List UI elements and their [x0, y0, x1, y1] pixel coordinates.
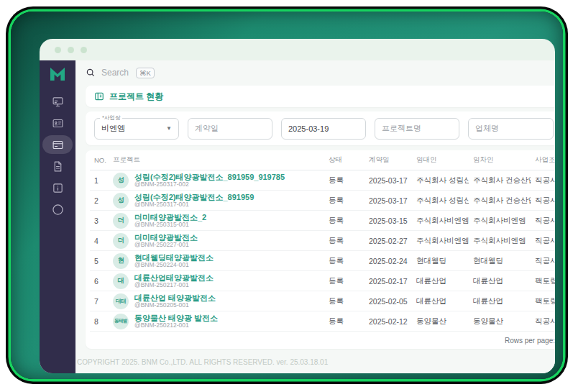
cell-lessor: 주식회사비엔엠	[412, 236, 469, 246]
cell-condition: 직공사	[531, 236, 555, 246]
cell-date: 2025-02-05	[365, 297, 412, 306]
cell-condition: 팩토링	[531, 296, 555, 306]
col-status: 상태	[324, 155, 365, 165]
avatar: 동태발	[113, 314, 129, 329]
project-code: @BNM-250315-001	[134, 222, 206, 228]
project-name-input[interactable]: 프로젝트명	[375, 118, 459, 140]
cell-lessee: 대륜산업	[469, 296, 531, 306]
search-icon	[86, 68, 96, 78]
project-code: @BNM-250227-001	[134, 242, 198, 248]
cell-no: 1	[90, 176, 109, 185]
info-icon	[52, 182, 64, 194]
company-name-input[interactable]: 업체명	[468, 118, 554, 140]
cell-date: 2025-03-17	[365, 176, 412, 185]
cell-project: 대태 대륜산업 태양광발전소 @BNM-250205-001	[109, 293, 324, 309]
workplace-select-label: *사업장	[100, 115, 122, 121]
contract-date-input[interactable]: 계약일	[188, 118, 272, 140]
cell-date: 2025-02-17	[365, 277, 412, 286]
cell-condition: 직공사	[531, 176, 555, 186]
search-date-input[interactable]: 2025-03-19	[281, 118, 366, 140]
sidebar-item-dashboard[interactable]	[42, 92, 73, 111]
browser-window: Search ⌘K 프로젝트 현황	[40, 39, 555, 373]
window-dot-2	[68, 47, 74, 53]
copyright-text: COPYRIGHT 2025. BNM Co.,LTD. ALL RIGHTS …	[77, 358, 555, 366]
monitor-icon	[52, 96, 64, 108]
cell-lessee: 주식회사비엔엠	[469, 236, 531, 246]
sidebar-item-info[interactable]	[42, 178, 73, 197]
cell-condition: 직공사	[531, 316, 555, 327]
cell-no: 7	[90, 297, 109, 306]
sidebar-item-sync[interactable]	[42, 200, 73, 219]
cell-status: 등록	[324, 296, 365, 306]
rows-per-page-control[interactable]: Rows per page:	[505, 337, 555, 345]
table-footer: Rows per page:	[90, 332, 555, 349]
sidebar-item-accounts[interactable]	[42, 114, 73, 132]
table-row[interactable]: 5 현 현대웰딩태양광발전소 @BNM-250224-001 등록 2025-0…	[90, 251, 555, 271]
cell-status: 등록	[324, 316, 365, 327]
cell-project: 성 성림(수정2)태양광발전소_891959 @BNM-250317-001	[109, 193, 324, 209]
cell-project: 현 현대웰딩태양광발전소 @BNM-250224-001	[109, 253, 324, 269]
table-row[interactable]: 8 동태발 동양물산 태양광 발전소 @BNM-250212-001 등록 20…	[90, 311, 555, 332]
table-row[interactable]: 6 대 대륜산업태양광발전소 @BNM-250217-001 등록 2025-0…	[90, 271, 555, 291]
cell-no: 2	[90, 196, 109, 205]
cell-date: 2025-02-24	[365, 257, 412, 265]
cell-project: 더 더미태양광발전소 @BNM-250227-001	[109, 233, 324, 249]
cell-status: 등록	[324, 236, 365, 246]
cell-no: 5	[90, 257, 109, 265]
page-title: 프로젝트 현황	[109, 91, 163, 103]
search-placeholder: Search	[101, 68, 129, 78]
cell-no: 6	[90, 277, 109, 286]
avatar: 더	[113, 233, 129, 249]
window-titlebar	[40, 39, 555, 60]
global-search[interactable]: Search ⌘K	[86, 60, 555, 81]
cell-lessor: 주식회사 성림산업	[412, 196, 469, 206]
cell-lessor: 현대웰딩	[412, 256, 469, 266]
avatar: 대	[113, 273, 129, 289]
workplace-select[interactable]: *사업장 비엔엠 ▼	[94, 118, 179, 140]
col-condition: 사업조건	[531, 155, 555, 165]
cell-condition: 직공사	[531, 256, 555, 266]
table-row[interactable]: 7 대태 대륜산업 태양광발전소 @BNM-250205-001 등록 2025…	[90, 291, 555, 311]
credit-card-icon	[52, 139, 64, 151]
cell-lessee: 주식회사 건승산업	[469, 196, 531, 206]
project-code: @BNM-250205-001	[134, 302, 216, 309]
cell-project: 성 성림(수정2)태양광발전소_891959_919785 @BNM-25031…	[109, 173, 324, 188]
sidebar-item-projects[interactable]	[42, 135, 73, 154]
id-card-icon	[52, 117, 64, 129]
window-dot-3	[81, 47, 87, 53]
table-row[interactable]: 4 더 더미태양광발전소 @BNM-250227-001 등록 2025-02-…	[90, 231, 555, 251]
cell-condition: 직공사	[531, 196, 555, 206]
cell-status: 등록	[324, 276, 365, 286]
cell-date: 2025-03-17	[365, 196, 412, 205]
avatar: 성	[113, 193, 129, 209]
device-frame-bezel: Search ⌘K 프로젝트 현황	[11, 12, 563, 379]
cell-status: 등록	[324, 176, 365, 186]
col-lessor: 임대인	[412, 155, 469, 165]
document-icon	[52, 160, 64, 173]
table-row[interactable]: 3 더 더미태양광발전소_2 @BNM-250315-001 등록 2025-0…	[90, 211, 555, 231]
table-row[interactable]: 1 성 성림(수정2)태양광발전소_891959_919785 @BNM-250…	[90, 170, 555, 191]
col-date: 계약일	[365, 155, 412, 165]
sidebar-item-documents[interactable]	[42, 157, 73, 176]
cell-project: 대 대륜산업태양광발전소 @BNM-250217-001	[109, 273, 324, 289]
cell-status: 등록	[324, 216, 365, 226]
table-header-row: NO. 프로젝트 상태 계약일 임대인 임차인 사업조건	[90, 150, 555, 170]
app-logo[interactable]	[49, 66, 66, 82]
workplace-select-value: 비엔엠	[101, 123, 125, 134]
avatar: 성	[113, 173, 129, 188]
cell-date: 2025-03-15	[365, 216, 412, 225]
page-header-card: 프로젝트 현황	[86, 86, 555, 107]
avatar: 더	[113, 213, 129, 229]
project-code: @BNM-250317-002	[134, 181, 285, 188]
cell-condition: 팩토링	[531, 276, 555, 286]
sync-circle-icon	[51, 203, 65, 216]
table-row[interactable]: 2 성 성림(수정2)태양광발전소_891959 @BNM-250317-001…	[90, 191, 555, 211]
project-status-icon	[94, 91, 104, 101]
cell-lessee: 동양물산	[469, 316, 531, 327]
project-code: @BNM-250212-001	[134, 322, 218, 329]
window-dot-1	[55, 47, 61, 53]
main-content: Search ⌘K 프로젝트 현황	[75, 60, 555, 373]
cell-no: 3	[90, 216, 109, 225]
cell-project: 동태발 동양물산 태양광 발전소 @BNM-250212-001	[109, 314, 324, 329]
cell-lessor: 주식회사 성림산업	[412, 176, 469, 186]
